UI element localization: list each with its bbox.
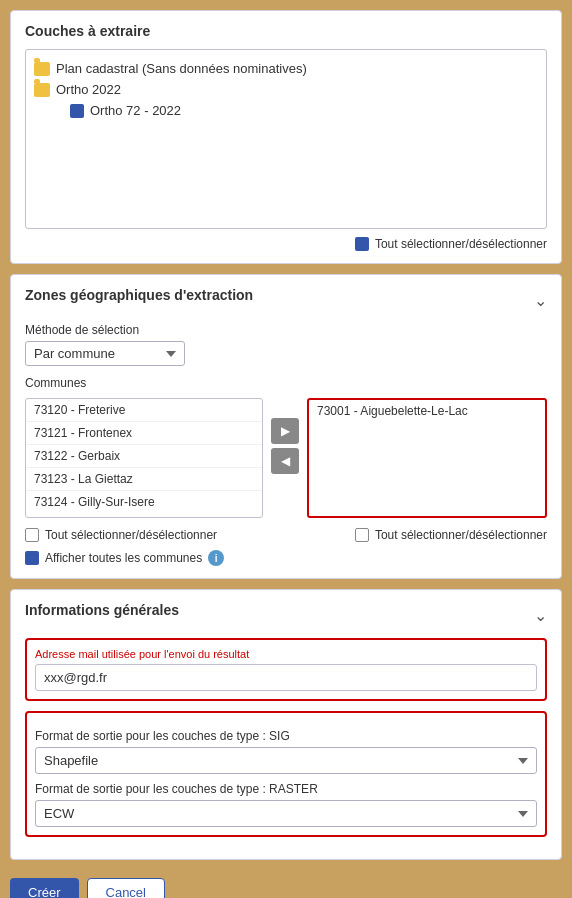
tree-item-plan-cadastral[interactable]: Plan cadastral (Sans données nominatives… xyxy=(34,58,538,79)
show-communes-checkbox[interactable] xyxy=(25,551,39,565)
communes-label-row: Communes xyxy=(25,376,547,390)
transfer-buttons: ▶ ◀ xyxy=(271,398,299,474)
select-all-left-checkbox[interactable] xyxy=(25,528,39,542)
bottom-bar: Créer Cancel xyxy=(0,870,572,898)
commune-item[interactable]: 73124 - Gilly-Sur-Isere xyxy=(26,491,262,513)
couches-tree: Plan cadastral (Sans données nominatives… xyxy=(25,49,547,229)
select-all-right-label: Tout sélectionner/désélectionner xyxy=(375,528,547,542)
email-input[interactable] xyxy=(35,664,537,691)
zones-title: Zones géographiques d'extraction xyxy=(25,287,253,303)
select-all-right-row: Tout sélectionner/désélectionner xyxy=(355,528,547,542)
tree-item-label: Ortho 2022 xyxy=(56,82,121,97)
methode-label: Méthode de sélection xyxy=(25,323,547,337)
folder-icon xyxy=(34,62,50,76)
folder-icon xyxy=(34,83,50,97)
show-communes-label: Afficher toutes les communes xyxy=(45,551,202,565)
zones-section: Zones géographiques d'extraction ⌄ Métho… xyxy=(10,274,562,579)
select-all-left-row: Tout sélectionner/désélectionner xyxy=(25,528,217,542)
raster-format-select[interactable]: ECW xyxy=(35,800,537,827)
info-icon: i xyxy=(208,550,224,566)
format-group: Format de sortie pour les couches de typ… xyxy=(25,711,547,837)
zones-header: Zones géographiques d'extraction ⌄ xyxy=(25,287,547,313)
email-group: Adresse mail utilisée pour l'envoi du ré… xyxy=(25,638,547,701)
select-all-right-checkbox[interactable] xyxy=(355,528,369,542)
select-all-label: Tout sélectionner/désélectionner xyxy=(375,237,547,251)
show-communes-row[interactable]: Afficher toutes les communes i xyxy=(25,550,547,566)
communes-row: 73120 - Freterive 73121 - Frontenex 7312… xyxy=(25,398,547,518)
commune-item[interactable]: 73123 - La Giettaz xyxy=(26,468,262,491)
info-title: Informations générales xyxy=(25,602,179,618)
info-chevron[interactable]: ⌄ xyxy=(534,606,547,625)
info-section: Informations générales ⌄ Adresse mail ut… xyxy=(10,589,562,860)
couches-title: Couches à extraire xyxy=(25,23,547,39)
selected-commune-item[interactable]: 73001 - Aiguebelette-Le-Lac xyxy=(309,400,545,422)
commune-item[interactable]: 73122 - Gerbaix xyxy=(26,445,262,468)
communes-right-list[interactable]: 73001 - Aiguebelette-Le-Lac xyxy=(307,398,547,518)
sig-label: Format de sortie pour les couches de typ… xyxy=(35,729,537,743)
select-all-left-label: Tout sélectionner/désélectionner xyxy=(45,528,217,542)
select-all-both: Tout sélectionner/désélectionner Tout sé… xyxy=(25,522,547,542)
tree-item-label: Ortho 72 - 2022 xyxy=(90,103,181,118)
communes-left-list[interactable]: 73120 - Freterive 73121 - Frontenex 7312… xyxy=(25,398,263,518)
checkbox-ortho-72[interactable] xyxy=(70,104,84,118)
move-left-button[interactable]: ◀ xyxy=(271,448,299,474)
raster-label: Format de sortie pour les couches de typ… xyxy=(35,782,537,796)
commune-item[interactable]: 73121 - Frontenex xyxy=(26,422,262,445)
sig-format-select[interactable]: Shapefile xyxy=(35,747,537,774)
methode-select[interactable]: Par commune xyxy=(25,341,185,366)
commune-item[interactable]: 73120 - Freterive xyxy=(26,399,262,422)
zones-chevron[interactable]: ⌄ xyxy=(534,291,547,310)
cancel-button[interactable]: Cancel xyxy=(87,878,165,898)
tree-item-label: Plan cadastral (Sans données nominatives… xyxy=(56,61,307,76)
couches-select-all-row: Tout sélectionner/désélectionner xyxy=(25,237,547,251)
info-header: Informations générales ⌄ xyxy=(25,602,547,628)
communes-label: Communes xyxy=(25,376,547,390)
email-label: Adresse mail utilisée pour l'envoi du ré… xyxy=(35,648,537,660)
move-right-button[interactable]: ▶ xyxy=(271,418,299,444)
couches-section: Couches à extraire Plan cadastral (Sans … xyxy=(10,10,562,264)
select-all-checkbox[interactable] xyxy=(355,237,369,251)
tree-item-ortho-group[interactable]: Ortho 2022 xyxy=(34,79,538,100)
tree-item-ortho-72[interactable]: Ortho 72 - 2022 xyxy=(34,100,538,121)
create-button[interactable]: Créer xyxy=(10,878,79,898)
